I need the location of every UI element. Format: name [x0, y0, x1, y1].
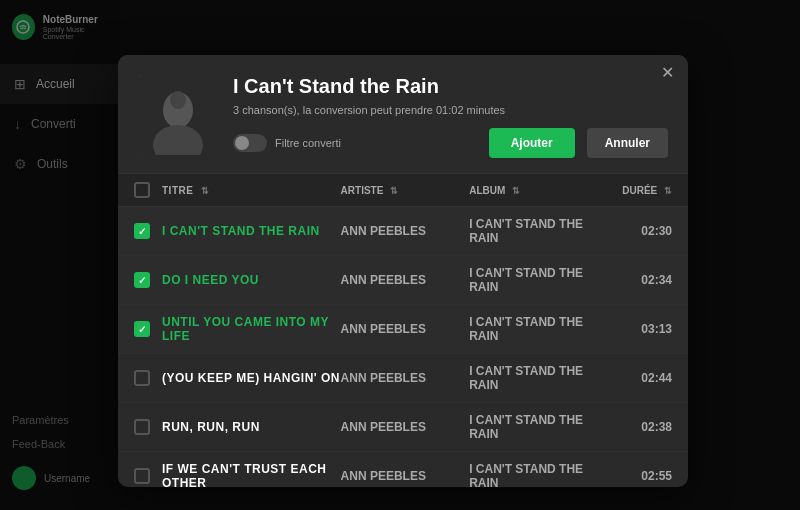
track-duration-6: 02:55	[612, 469, 672, 483]
track-artist-4: Ann Peebles	[341, 371, 470, 385]
track-title-3: Until You Came into My Life	[162, 315, 341, 343]
dialog-header: I Can't Stand the Rain 3 chanson(s), la …	[118, 55, 688, 173]
track-album-2: I Can't Stand the Rain	[469, 266, 612, 294]
track-artist-1: Ann Peebles	[341, 224, 470, 238]
track-title-6: If We Can't Trust Each Other	[162, 462, 341, 487]
col-header-duration: DURÉE ⇅	[612, 185, 672, 196]
track-checkbox-2[interactable]	[134, 272, 150, 288]
track-album-1: I Can't Stand the Rain	[469, 217, 612, 245]
track-artist-5: Ann Peebles	[341, 420, 470, 434]
track-title-2: Do I Need You	[162, 273, 341, 287]
track-album-3: I Can't Stand the Rain	[469, 315, 612, 343]
row-check-6[interactable]	[134, 468, 162, 484]
duration-sort-icon[interactable]: ⇅	[664, 186, 672, 196]
add-button[interactable]: Ajouter	[489, 128, 575, 158]
row-check-5[interactable]	[134, 419, 162, 435]
col-header-artist: ARTISTE ⇅	[341, 185, 470, 196]
dialog-title: I Can't Stand the Rain	[233, 75, 668, 98]
track-album-4: I Can't Stand the Rain	[469, 364, 612, 392]
album-art-image	[138, 75, 218, 155]
track-checkbox-3[interactable]	[134, 321, 150, 337]
filter-toggle-area[interactable]: Filtre converti	[233, 134, 341, 152]
track-checkbox-5[interactable]	[134, 419, 150, 435]
filter-label: Filtre converti	[275, 137, 341, 149]
row-check-1[interactable]	[134, 223, 162, 239]
table-row[interactable]: Run, Run, Run Ann Peebles I Can't Stand …	[118, 403, 688, 452]
track-artist-3: Ann Peebles	[341, 322, 470, 336]
header-check[interactable]	[134, 182, 162, 198]
track-checkbox-6[interactable]	[134, 468, 150, 484]
close-button[interactable]: ✕	[661, 65, 674, 81]
track-title-1: I Can't Stand the Rain	[162, 224, 341, 238]
track-duration-4: 02:44	[612, 371, 672, 385]
row-check-2[interactable]	[134, 272, 162, 288]
track-checkbox-4[interactable]	[134, 370, 150, 386]
dialog-subtitle: 3 chanson(s), la conversion peut prendre…	[233, 104, 668, 116]
track-album-6: I Can't Stand the Rain	[469, 462, 612, 487]
title-sort-icon[interactable]: ⇅	[201, 186, 210, 196]
select-all-checkbox[interactable]	[134, 182, 150, 198]
track-duration-1: 02:30	[612, 224, 672, 238]
track-title-5: Run, Run, Run	[162, 420, 341, 434]
track-artist-6: Ann Peebles	[341, 469, 470, 483]
track-checkbox-1[interactable]	[134, 223, 150, 239]
dialog-controls: Filtre converti Ajouter Annuler	[233, 128, 668, 158]
artist-sort-icon[interactable]: ⇅	[390, 186, 398, 196]
track-list: I Can't Stand the Rain Ann Peebles I Can…	[118, 207, 688, 487]
row-check-3[interactable]	[134, 321, 162, 337]
table-row[interactable]: Do I Need You Ann Peebles I Can't Stand …	[118, 256, 688, 305]
table-row[interactable]: Until You Came into My Life Ann Peebles …	[118, 305, 688, 354]
col-header-title: TITRE ⇅	[162, 185, 341, 196]
track-album-5: I Can't Stand the Rain	[469, 413, 612, 441]
table-row[interactable]: (You Keep Me) Hangin' On Ann Peebles I C…	[118, 354, 688, 403]
album-sort-icon[interactable]: ⇅	[512, 186, 520, 196]
table-row[interactable]: If We Can't Trust Each Other Ann Peebles…	[118, 452, 688, 487]
col-header-album: ALBUM ⇅	[469, 185, 612, 196]
cancel-button[interactable]: Annuler	[587, 128, 668, 158]
dialog-info: I Can't Stand the Rain 3 chanson(s), la …	[233, 75, 668, 158]
track-artist-2: Ann Peebles	[341, 273, 470, 287]
table-row[interactable]: I Can't Stand the Rain Ann Peebles I Can…	[118, 207, 688, 256]
table-header: TITRE ⇅ ARTISTE ⇅ ALBUM ⇅ DURÉE ⇅	[118, 173, 688, 207]
track-duration-3: 03:13	[612, 322, 672, 336]
track-duration-2: 02:34	[612, 273, 672, 287]
svg-point-3	[170, 91, 186, 109]
row-check-4[interactable]	[134, 370, 162, 386]
track-duration-5: 02:38	[612, 420, 672, 434]
filter-toggle-switch[interactable]	[233, 134, 267, 152]
track-title-4: (You Keep Me) Hangin' On	[162, 371, 341, 385]
album-art	[138, 75, 218, 155]
toggle-knob	[235, 136, 249, 150]
track-selection-dialog: I Can't Stand the Rain 3 chanson(s), la …	[118, 55, 688, 487]
